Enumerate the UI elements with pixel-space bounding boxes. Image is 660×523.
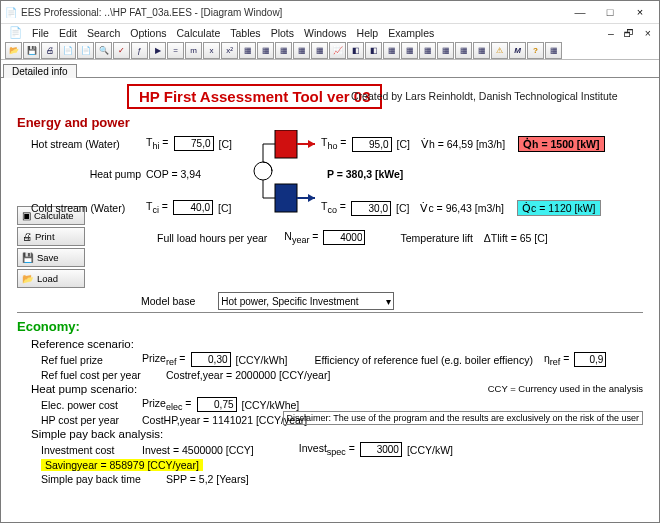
disclaimer: Disclaimer: The use of the program and t…	[283, 411, 644, 425]
ref-fuel-prize-label: Ref fuel prize	[41, 354, 137, 366]
mdi-close[interactable]: ×	[641, 26, 655, 40]
menu-search[interactable]: Search	[83, 26, 124, 40]
tb-x2[interactable]: x²	[221, 42, 238, 59]
tb-save[interactable]: 💾	[23, 42, 40, 59]
inv-value: Invest = 4500000 [CCY]	[142, 444, 254, 456]
spp-value: SPP = 5,2 [Years]	[166, 473, 249, 485]
menu-options[interactable]: Options	[126, 26, 170, 40]
tb-help[interactable]: ?	[527, 42, 544, 59]
tb-t3[interactable]: ▦	[275, 42, 292, 59]
diagram-canvas: HP First Assessment Tool ver 03 Created …	[1, 78, 659, 497]
tb-m[interactable]: M	[509, 42, 526, 59]
tb-u7[interactable]: ▦	[455, 42, 472, 59]
hp-cost-label: HP cost per year	[41, 414, 137, 426]
Tco-input[interactable]	[351, 201, 391, 216]
tb-u3[interactable]: ▦	[383, 42, 400, 59]
tb-x[interactable]: x	[203, 42, 220, 59]
mdi-min[interactable]: –	[604, 26, 618, 40]
tb-u2[interactable]: ◧	[365, 42, 382, 59]
inv-spec-input[interactable]	[360, 442, 402, 457]
svg-rect-1	[275, 184, 297, 212]
ref-fuel-prize-input[interactable]	[191, 352, 231, 367]
Tho-input[interactable]	[352, 137, 392, 152]
Tco-unit: [C]	[396, 202, 409, 214]
tb-t5[interactable]: ▦	[311, 42, 328, 59]
tb-solve[interactable]: =	[167, 42, 184, 59]
tb-func[interactable]: ƒ	[131, 42, 148, 59]
elec-cost-input[interactable]	[197, 397, 237, 412]
inv-label: Investment cost	[41, 444, 137, 456]
tb-min[interactable]: m	[185, 42, 202, 59]
tb-tile[interactable]: ▦	[545, 42, 562, 59]
Nyear-input[interactable]	[323, 230, 365, 245]
tb-find[interactable]: 🔍	[95, 42, 112, 59]
menu-plots[interactable]: Plots	[267, 26, 298, 40]
print-button[interactable]: 🖨Print	[17, 227, 85, 246]
close-button[interactable]: ×	[625, 6, 655, 18]
tb-warn[interactable]: ⚠	[491, 42, 508, 59]
model-base-selected: Hot power, Specific Investment	[221, 296, 358, 307]
mdi-icon: 📄	[5, 25, 26, 40]
tb-run[interactable]: ▶	[149, 42, 166, 59]
menu-help[interactable]: Help	[353, 26, 383, 40]
menu-file[interactable]: File	[28, 26, 53, 40]
Qh-badge: Q̇h = 1500 [kW]	[518, 136, 604, 152]
tabstrip: Detailed info	[1, 60, 659, 78]
window-title: EES Professional: ..\HP FAT_03a.EES - [D…	[21, 7, 282, 18]
tb-t2[interactable]: ▦	[257, 42, 274, 59]
menu-tables[interactable]: Tables	[226, 26, 264, 40]
tab-detailed-info[interactable]: Detailed info	[3, 64, 77, 78]
app-icon: 📄	[5, 7, 17, 18]
model-base-select[interactable]: Hot power, Specific Investment ▾	[218, 292, 394, 310]
app-title: HP First Assessment Tool ver 03	[127, 84, 382, 109]
tb-print[interactable]: 🖨	[41, 42, 58, 59]
load-button[interactable]: 📂Load	[17, 269, 85, 288]
mdi-restore[interactable]: 🗗	[620, 27, 639, 39]
hp-schematic-icon	[245, 130, 315, 216]
svg-marker-8	[308, 140, 315, 148]
elec-cost-unit: [CCY/kWhe]	[242, 399, 300, 411]
tb-u8[interactable]: ▦	[473, 42, 490, 59]
spp-label: Simple pay back time	[41, 473, 161, 485]
tb-plot[interactable]: 📈	[329, 42, 346, 59]
tb-u6[interactable]: ▦	[437, 42, 454, 59]
ref-eff-input[interactable]	[574, 352, 606, 367]
saving-badge: Savingyear = 858979 [CCY/year]	[41, 459, 203, 471]
payback-analysis: Simple pay back analysis: Investment cos…	[31, 428, 643, 485]
Vc-value: V̇c = 96,43 [m3/h]	[420, 202, 504, 214]
Tci-input[interactable]	[173, 200, 213, 215]
menu-edit[interactable]: Edit	[55, 26, 81, 40]
Tci-unit: [C]	[218, 202, 231, 214]
ref-fuel-prize-unit: [CCY/kWh]	[236, 354, 288, 366]
temp-lift-value: ΔTlift = 65 [C]	[484, 232, 548, 244]
menu-windows[interactable]: Windows	[300, 26, 351, 40]
elec-cost-label: Elec. power cost	[41, 399, 137, 411]
heatpump-label: Heat pump	[31, 168, 141, 180]
menu-examples[interactable]: Examples	[384, 26, 438, 40]
save-button[interactable]: 💾Save	[17, 248, 85, 267]
section-economy: Economy:	[17, 319, 643, 334]
menu-calculate[interactable]: Calculate	[172, 26, 224, 40]
tb-open[interactable]: 📂	[5, 42, 22, 59]
full-load-label: Full load hours per year	[157, 232, 267, 244]
svg-rect-0	[275, 130, 297, 158]
tb-doc1[interactable]: 📄	[59, 42, 76, 59]
svg-marker-10	[308, 194, 315, 202]
tb-t4[interactable]: ▦	[293, 42, 310, 59]
Tho-label: Tho =	[321, 136, 347, 151]
ccy-note: CCY = Currency used in the analysis	[488, 383, 643, 394]
hp-scenario: Heat pump scenario: Elec. power cost Pri…	[31, 383, 643, 426]
maximize-button[interactable]: □	[595, 6, 625, 18]
tb-u4[interactable]: ▦	[401, 42, 418, 59]
app-window: 📄 EES Professional: ..\HP FAT_03a.EES - …	[0, 0, 660, 523]
tb-u1[interactable]: ◧	[347, 42, 364, 59]
ref-eff-label: Efficiency of reference fuel (e.g. boile…	[314, 354, 532, 366]
tb-check[interactable]: ✓	[113, 42, 130, 59]
tb-doc2[interactable]: 📄	[77, 42, 94, 59]
Thi-input[interactable]	[174, 136, 214, 151]
minimize-button[interactable]: —	[565, 6, 595, 18]
tb-u5[interactable]: ▦	[419, 42, 436, 59]
cold-stream-label: Cold stream (Water)	[31, 202, 141, 214]
Nyear-label: Nyear =	[284, 230, 318, 245]
tb-t1[interactable]: ▦	[239, 42, 256, 59]
